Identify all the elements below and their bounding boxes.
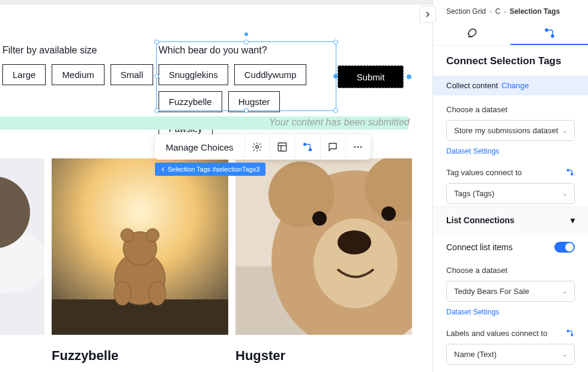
- caret-down-icon: ▾: [571, 215, 575, 225]
- svg-point-28: [381, 206, 396, 221]
- gallery-card[interactable]: [0, 158, 44, 364]
- layout-button[interactable]: [270, 134, 295, 160]
- svg-point-19: [149, 281, 166, 305]
- dataset-section-2: Choose a dataset Teddy Bears For Sale ⌄ …: [433, 256, 588, 319]
- dataset-settings-link-1[interactable]: Dataset Settings: [446, 147, 499, 155]
- component-id-text: Selection Tags #selectionTags3: [168, 166, 259, 173]
- data-refresh-button-2[interactable]: [565, 328, 575, 338]
- svg-point-29: [545, 28, 547, 31]
- breadcrumb: Section Grid › C › Selection Tags: [433, 0, 588, 22]
- size-option-medium[interactable]: Medium: [52, 64, 104, 85]
- chevron-down-icon: ⌄: [562, 127, 567, 134]
- gallery-card[interactable]: Hugster: [235, 158, 412, 364]
- breadcrumb-mid[interactable]: C: [495, 7, 500, 16]
- labels-value: Name (Text): [454, 350, 497, 359]
- element-toolbar: Manage Choices: [155, 134, 371, 160]
- labels-connect-label: Labels and values connect to: [446, 329, 547, 338]
- chevron-left-icon: [161, 167, 165, 172]
- svg-point-0: [256, 146, 259, 149]
- resize-handle-ml[interactable]: [154, 74, 159, 79]
- dataflow-icon: [302, 142, 313, 152]
- svg-point-27: [312, 211, 327, 226]
- selection-rotate-handle[interactable]: [244, 32, 248, 36]
- svg-point-6: [354, 146, 356, 148]
- submit-label: Submit: [357, 72, 385, 82]
- tab-connect[interactable]: [511, 22, 588, 45]
- tag-values-value: Tags (Tags): [454, 189, 494, 198]
- comment-button[interactable]: [320, 134, 345, 160]
- selection-side-anchor[interactable]: [407, 74, 411, 79]
- dataset-select-2[interactable]: Teddy Bears For Sale ⌄: [446, 281, 575, 302]
- selection-outline: [156, 41, 336, 111]
- breadcrumb-root[interactable]: Section Grid: [446, 7, 486, 16]
- chevron-down-icon: ⌄: [562, 288, 567, 295]
- svg-point-8: [360, 146, 362, 148]
- size-option-small[interactable]: Small: [111, 64, 154, 85]
- svg-point-17: [146, 229, 159, 242]
- resize-handle-bl[interactable]: [154, 108, 159, 113]
- manage-choices-button[interactable]: Manage Choices: [155, 142, 244, 152]
- choose-dataset-label: Choose a dataset: [446, 105, 575, 114]
- resize-handle-bm[interactable]: [244, 108, 249, 113]
- more-button[interactable]: [345, 134, 371, 160]
- breadcrumb-leaf: Selection Tags: [509, 7, 560, 16]
- svg-rect-1: [278, 143, 286, 151]
- svg-point-32: [571, 173, 573, 175]
- submit-button[interactable]: Submit: [338, 65, 404, 88]
- tag-values-select[interactable]: Tags (Tags) ⌄: [446, 183, 575, 204]
- connect-list-items-toggle[interactable]: [554, 242, 575, 253]
- success-message: Your content has been submitted: [269, 117, 410, 128]
- collect-label: Collect content: [446, 81, 498, 90]
- tag-values-label: Tag values connect to: [446, 168, 522, 177]
- resize-handle-tr[interactable]: [333, 40, 338, 44]
- inspector-panel: Section Grid › C › Selection Tags Connec…: [432, 0, 588, 372]
- settings-button[interactable]: [244, 134, 270, 160]
- top-strip: [0, 0, 432, 5]
- panel-title: Connect Selection Tags: [433, 46, 588, 76]
- list-connections-label: List Connections: [446, 215, 515, 225]
- dataset-select-1[interactable]: Store my submissions dataset ⌄: [446, 120, 575, 141]
- editor-canvas: Filter by available size Large Medium Sm…: [0, 0, 432, 372]
- svg-point-7: [357, 146, 359, 148]
- dataset-select-value: Store my submissions dataset: [454, 126, 558, 135]
- choose-dataset-label-2: Choose a dataset: [446, 266, 575, 275]
- data-connect-button[interactable]: [295, 134, 320, 160]
- panel-collapse-button[interactable]: [419, 6, 436, 23]
- dataset-section-1: Choose a dataset Store my submissions da…: [433, 95, 588, 158]
- collect-change-link[interactable]: Change: [502, 81, 529, 90]
- connect-list-items-row: Connect list items: [433, 233, 588, 256]
- svg-point-5: [309, 149, 312, 151]
- filter-size-label: Filter by available size: [2, 45, 154, 56]
- gallery-image: [235, 158, 412, 335]
- gallery-title: Hugster: [235, 348, 412, 364]
- gallery-image: [52, 158, 228, 335]
- labels-select[interactable]: Name (Text) ⌄: [446, 344, 575, 365]
- svg-point-18: [114, 281, 131, 305]
- dataset-settings-link-2[interactable]: Dataset Settings: [446, 308, 499, 316]
- svg-point-26: [338, 230, 371, 254]
- chevron-right-icon: ›: [504, 8, 506, 15]
- component-id-badge[interactable]: Selection Tags #selectionTags3: [155, 163, 265, 176]
- svg-point-33: [567, 330, 569, 332]
- layout-icon: [277, 142, 288, 152]
- gallery-card[interactable]: Fuzzybelle: [52, 158, 228, 364]
- comment-icon: [327, 142, 338, 152]
- gallery-title: Fuzzybelle: [52, 348, 228, 364]
- svg-point-31: [567, 169, 569, 171]
- labels-section: Labels and values connect to Name (Text)…: [433, 319, 588, 367]
- filter-size-block: Filter by available size Large Medium Sm…: [2, 45, 154, 85]
- tab-design[interactable]: [433, 22, 511, 45]
- list-connections-header[interactable]: List Connections ▾: [433, 206, 588, 233]
- resize-handle-tl[interactable]: [154, 40, 159, 44]
- resize-handle-tm[interactable]: [244, 40, 249, 44]
- product-gallery: Fuzzybelle: [0, 158, 408, 364]
- data-refresh-button[interactable]: [565, 167, 575, 177]
- resize-handle-br[interactable]: [333, 108, 338, 113]
- chevron-down-icon: ⌄: [562, 190, 567, 197]
- chevron-down-icon: ⌄: [562, 351, 567, 358]
- connect-list-items-label: Connect list items: [446, 242, 512, 252]
- chevron-right-icon: ›: [489, 8, 491, 15]
- gear-icon: [252, 142, 262, 152]
- size-option-large[interactable]: Large: [2, 64, 46, 85]
- brush-icon: [466, 27, 478, 39]
